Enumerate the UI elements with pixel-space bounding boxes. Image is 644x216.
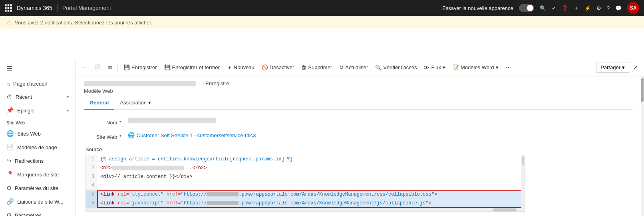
word-icon: 📝 — [453, 64, 459, 70]
line-content-5: <link rel="stylesheet" href="https://.po… — [97, 190, 440, 199]
sidebar-item-site-links[interactable]: 🔗 Liaisons du site W... — [0, 195, 76, 208]
sidebar-label-sites: Sites Web — [17, 131, 41, 137]
sidebar-item-sites-web[interactable]: 🌐 Sites Web — [0, 127, 76, 140]
line-content-3: <div>{{ article.content }}</div> — [97, 173, 195, 182]
sidebar-item-recent[interactable]: ⏱ Récent ▾ — [0, 90, 76, 104]
flux-arrow: ▾ — [443, 64, 445, 70]
share-arrow: ▾ — [622, 64, 625, 70]
chat-icon[interactable]: 💬 — [615, 5, 622, 11]
user-avatar[interactable]: SA — [627, 2, 639, 14]
code-line-2: 2 <h2> ….</h2> — [86, 164, 525, 173]
sidebar-label-page-templates: Modèles de page — [17, 144, 57, 150]
save-close-button[interactable]: 💾 Enregistrer et fermer — [161, 62, 223, 72]
settings-icon[interactable]: ⚙ — [596, 5, 601, 11]
new-icon: ＋ — [227, 64, 232, 71]
module-name: Portal Management — [62, 5, 111, 11]
sidebar-item-page-templates[interactable]: 📄 Modèles de page — [0, 140, 76, 154]
form-row-siteweb: Site Web * 🌐 Customer Self Service 1 - c… — [85, 132, 631, 140]
new-button[interactable]: ＋ Nouveau — [224, 62, 258, 73]
name-required: * — [118, 120, 121, 126]
filter-icon[interactable]: ⚡ — [584, 5, 591, 11]
siteweb-required: * — [118, 134, 121, 140]
delete-label: Supprimer — [308, 64, 332, 70]
delete-button[interactable]: 🗑 Supprimer — [298, 62, 335, 72]
sidebar-hamburger[interactable]: ☰ — [0, 60, 76, 77]
sidebar-label-site-params: Paramètres du site — [15, 185, 58, 191]
site-params-icon: ⚙ — [6, 184, 12, 192]
tab-association[interactable]: Association ▾ — [114, 96, 156, 110]
sidebar-item-site-markers[interactable]: 📍 Marqueurs de site — [0, 168, 76, 181]
notification-bar: ⚠ Vous avez 2 notifications. Sélectionne… — [0, 16, 644, 29]
warning-icon: ⚠ — [6, 19, 12, 26]
delete-icon: 🗑 — [301, 64, 306, 70]
svg-rect-6 — [5, 10, 7, 12]
notification-text[interactable]: Vous avez 2 notifications. Sélectionnez-… — [15, 20, 152, 26]
line-num-3: 3 — [86, 173, 97, 182]
sidebar-label-pinned: Épinglé — [17, 108, 34, 114]
flux-button[interactable]: ≫ Flux ▾ — [421, 62, 449, 72]
record-type: Modèle Web — [84, 88, 633, 94]
name-value — [128, 118, 631, 124]
deactivate-button[interactable]: 🚫 Désactiver — [258, 62, 297, 72]
check-access-button[interactable]: 🔍 Vérifier l'accès — [372, 62, 420, 72]
save-close-label: Enregistrer et fermer — [172, 64, 220, 70]
siteweb-link[interactable]: 🌐 Customer Self Service 1 - customerself… — [128, 132, 631, 138]
code-scrollbar[interactable] — [521, 155, 525, 211]
word-templates-button[interactable]: 📝 Modèles Word ▾ — [449, 62, 502, 72]
deactivate-icon: 🚫 — [262, 64, 268, 70]
line-num-4: 4 — [86, 182, 97, 190]
flux-icon: ≫ — [424, 64, 429, 70]
new-look-toggle[interactable] — [519, 4, 534, 12]
code-line-5[interactable]: 5 <link rel="stylesheet" href="https://.… — [86, 190, 525, 199]
svg-rect-7 — [8, 10, 10, 12]
code-hscroll[interactable] — [86, 208, 525, 211]
sidebar-label-params: Paramètres — [15, 212, 42, 216]
word-templates-label: Modèles Word — [461, 64, 494, 70]
save-label: Enregistrer — [131, 64, 157, 70]
code-line-6[interactable]: 6 <link rel="javascript" href="https://.… — [86, 199, 525, 208]
save-close-icon: 💾 — [164, 64, 171, 70]
code-line-3: 3 <div>{{ article.content }}</div> — [86, 173, 525, 182]
back-button[interactable]: ← — [79, 62, 91, 72]
line-content-2: <h2> ….</h2> — [97, 164, 210, 173]
search-icon[interactable]: 🔍 — [540, 5, 546, 11]
code-editor[interactable]: 1 {% assign article = entities.knowledge… — [85, 155, 525, 212]
save-button[interactable]: 💾 Enregistrer — [120, 62, 160, 72]
sidebar-item-site-params[interactable]: ⚙ Paramètres du site — [0, 181, 76, 195]
home-icon: ⌂ — [6, 80, 10, 87]
sidebar-item-home[interactable]: ⌂ Page d'accueil — [0, 77, 76, 90]
tab-association-arrow: ▾ — [148, 100, 151, 106]
main-content: - - Enregistré Modèle Web Général Associ… — [76, 76, 641, 216]
sidebar-label-home: Page d'accueil — [13, 81, 47, 87]
grid-menu-button[interactable] — [5, 4, 12, 12]
redirect-icon: ↪ — [6, 157, 12, 164]
code-line-1: 1 {% assign article = entities.knowledge… — [86, 155, 525, 164]
record-header: - - Enregistré Modèle Web Général Associ… — [76, 76, 641, 110]
sidebar-label-site-links: Liaisons du site W... — [17, 199, 64, 205]
new-label: Nouveau — [234, 64, 254, 70]
sidebar-item-params[interactable]: ⚙ Paramètres — [0, 208, 76, 216]
name-field-blurred — [128, 118, 216, 123]
add-icon[interactable]: ＋ — [574, 4, 579, 12]
more-button[interactable]: ⋯ — [503, 62, 514, 72]
refresh-button[interactable]: ↻ Actualiser — [336, 62, 371, 72]
check-icon[interactable]: ✓ — [552, 5, 556, 11]
form-row-name: Nom * — [85, 118, 631, 126]
tab-general[interactable]: Général — [84, 96, 114, 110]
refresh-icon: ↻ — [339, 64, 344, 70]
sidebar-label-recent: Récent — [16, 94, 32, 100]
sidebar-item-pinned[interactable]: 📌 Épinglé ▾ — [0, 104, 76, 117]
share-button[interactable]: Partager ▾ — [596, 62, 629, 73]
main-scrollbar[interactable] — [641, 76, 644, 216]
help-icon[interactable]: ❓ — [562, 5, 568, 11]
toolbar-sep-1 — [117, 63, 118, 72]
line-content-6: <link rel="javascript" href="https://.po… — [97, 199, 435, 208]
sidebar-item-redirections[interactable]: ↪ Redirections — [0, 154, 76, 168]
detach-button[interactable]: ⧉ — [105, 62, 115, 73]
page-icon-button[interactable]: 📄 — [91, 62, 104, 72]
word-arrow: ▾ — [496, 64, 499, 70]
check-access-label: Vérifier l'accès — [383, 64, 417, 70]
link-icon: 🔗 — [6, 198, 14, 205]
question-icon[interactable]: ? — [607, 5, 610, 11]
expand-button[interactable]: ⤢ — [630, 62, 641, 72]
